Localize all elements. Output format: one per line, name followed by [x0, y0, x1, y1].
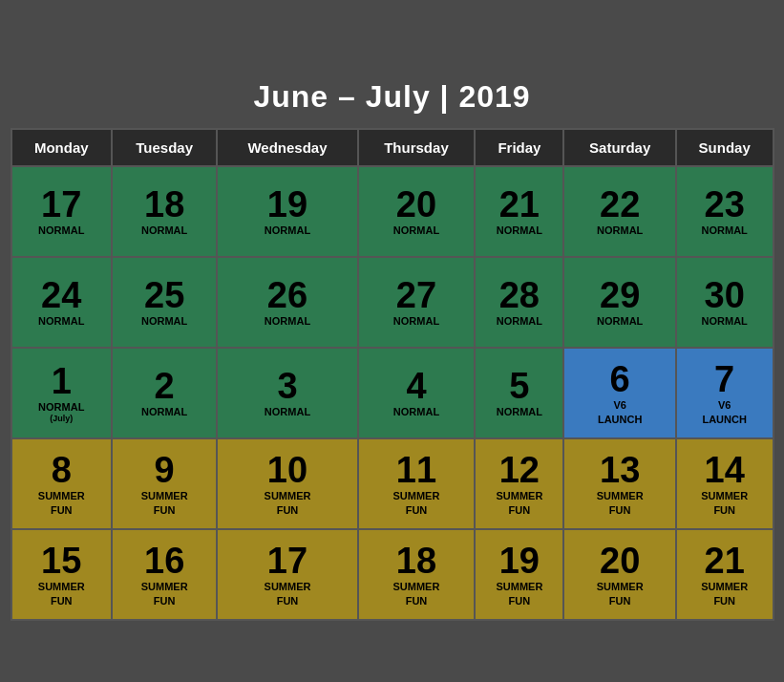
day-number: 13 [568, 452, 670, 488]
day-label-2: FUN [16, 595, 107, 607]
day-label-2: FUN [479, 504, 559, 517]
day-label: NORMAL [16, 315, 107, 328]
calendar-cell: 29NORMAL [563, 257, 675, 348]
day-label-2: FUN [222, 504, 352, 517]
calendar-cell: 9SUMMERFUN [112, 438, 217, 529]
day-label: NORMAL [479, 315, 559, 328]
day-number: 4 [363, 368, 471, 404]
day-label-2: LAUNCH [568, 414, 670, 426]
calendar-cell: 17SUMMERFUN [217, 529, 357, 620]
calendar-cell: 20SUMMERFUN [563, 529, 675, 620]
day-label: SUMMER [16, 490, 107, 502]
calendar-cell: 10SUMMERFUN [217, 438, 357, 529]
day-number: 7 [681, 361, 769, 397]
day-label-2: FUN [117, 504, 212, 517]
day-number: 14 [681, 452, 769, 488]
calendar-cell: 3NORMAL [217, 348, 357, 438]
day-label-2: FUN [681, 595, 769, 607]
calendar-cell: 19SUMMERFUN [475, 529, 563, 620]
calendar-cell: 15SUMMERFUN [11, 529, 112, 620]
calendar-row: 8SUMMERFUN9SUMMERFUN10SUMMERFUN11SUMMERF… [11, 438, 773, 529]
day-label: SUMMER [568, 490, 670, 502]
day-label-2: FUN [568, 595, 670, 607]
day-number: 16 [117, 543, 212, 579]
day-number: 1 [16, 363, 107, 399]
calendar-cell: 11SUMMERFUN [358, 438, 476, 529]
calendar-cell: 28NORMAL [475, 257, 563, 348]
calendar-cell: 18SUMMERFUN [358, 529, 476, 620]
day-label: NORMAL [568, 315, 670, 328]
calendar-row: 1NORMAL(July)2NORMAL3NORMAL4NORMAL5NORMA… [11, 348, 773, 438]
day-label: SUMMER [568, 581, 670, 593]
day-label: V6 [568, 399, 670, 412]
day-label: NORMAL [568, 224, 670, 237]
day-number: 12 [479, 452, 559, 488]
header-cell: Monday [11, 129, 112, 166]
day-label: NORMAL [479, 406, 559, 418]
calendar-cell: 7V6LAUNCH [676, 348, 773, 438]
calendar-cell: 24NORMAL [11, 257, 112, 348]
day-label: NORMAL [16, 224, 107, 237]
day-number: 15 [16, 543, 107, 579]
header-cell: Thursday [358, 129, 476, 166]
day-label: SUMMER [681, 490, 769, 502]
day-label: NORMAL [681, 224, 769, 237]
day-number: 11 [363, 452, 471, 488]
calendar-cell: 30NORMAL [676, 257, 773, 348]
day-number: 23 [681, 186, 769, 223]
day-number: 22 [568, 186, 670, 223]
day-sublabel: (July) [16, 415, 107, 424]
day-label: NORMAL [117, 224, 212, 237]
day-label: V6 [681, 399, 769, 412]
calendar-cell: 14SUMMERFUN [676, 438, 773, 529]
calendar-cell: 6V6LAUNCH [563, 348, 675, 438]
day-number: 30 [681, 277, 769, 313]
header-cell: Wednesday [217, 129, 357, 166]
calendar-cell: 21SUMMERFUN [676, 529, 773, 620]
day-label-2: FUN [222, 595, 352, 607]
calendar-cell: 22NORMAL [563, 166, 675, 257]
day-label: NORMAL [117, 315, 212, 328]
day-number: 9 [117, 452, 212, 488]
day-label: NORMAL [222, 224, 352, 237]
calendar-cell: 21NORMAL [475, 166, 563, 257]
calendar-container: June – July | 2019 MondayTuesdayWednesda… [11, 62, 774, 621]
calendar-cell: 23NORMAL [676, 166, 773, 257]
day-label: NORMAL [222, 406, 352, 418]
calendar-cell: 25NORMAL [112, 257, 217, 348]
day-label: SUMMER [117, 490, 212, 502]
calendar-row: 15SUMMERFUN16SUMMERFUN17SUMMERFUN18SUMME… [11, 529, 773, 620]
day-number: 21 [479, 186, 559, 223]
header-row: MondayTuesdayWednesdayThursdayFridaySatu… [11, 129, 773, 166]
day-number: 29 [568, 277, 670, 313]
day-label: SUMMER [222, 490, 352, 502]
day-label: NORMAL [222, 315, 352, 328]
calendar-cell: 12SUMMERFUN [475, 438, 563, 529]
day-number: 25 [117, 277, 212, 313]
day-number: 21 [681, 543, 769, 579]
day-number: 17 [16, 186, 107, 223]
day-label-2: FUN [568, 504, 670, 517]
day-label: SUMMER [16, 581, 107, 593]
day-label: SUMMER [222, 581, 352, 593]
header-cell: Friday [475, 129, 563, 166]
calendar-cell: 13SUMMERFUN [563, 438, 675, 529]
header-cell: Tuesday [112, 129, 217, 166]
day-number: 17 [222, 543, 352, 579]
day-number: 8 [16, 452, 107, 488]
day-number: 27 [363, 277, 471, 313]
calendar-cell: 19NORMAL [217, 166, 357, 257]
day-number: 28 [479, 277, 559, 313]
calendar-cell: 27NORMAL [358, 257, 476, 348]
day-label: NORMAL [117, 406, 212, 418]
day-label-2: FUN [681, 504, 769, 517]
day-label: SUMMER [363, 581, 471, 593]
header-cell: Sunday [676, 129, 773, 166]
calendar-cell: 16SUMMERFUN [112, 529, 217, 620]
day-number: 18 [117, 186, 212, 223]
day-number: 3 [222, 368, 352, 404]
day-number: 10 [222, 452, 352, 488]
calendar-title: June – July | 2019 [11, 62, 774, 128]
day-number: 2 [117, 368, 212, 404]
day-number: 20 [568, 543, 670, 579]
